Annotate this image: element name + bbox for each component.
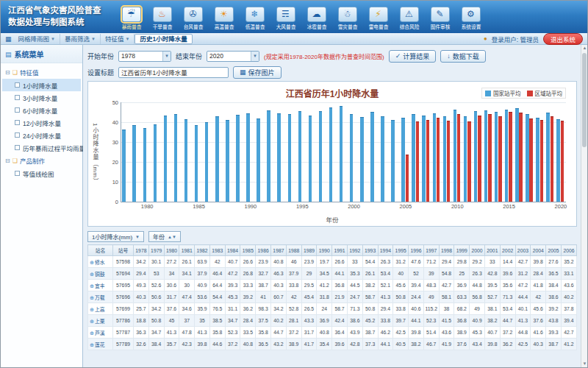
station-name-cell[interactable]: ⊕芦溪	[88, 327, 113, 339]
column-header[interactable]: 1990	[317, 245, 332, 256]
expand-row-icon[interactable]: ⊕	[90, 283, 94, 289]
column-header[interactable]: 1989	[301, 245, 317, 256]
column-header[interactable]: 1994	[378, 245, 393, 256]
column-header[interactable]: 2002	[500, 245, 515, 256]
toolbar-item-heat[interactable]: ☀高温普查	[210, 6, 238, 30]
toolbar-item-rainstorm[interactable]: ☔暴雨普查	[118, 6, 146, 30]
save-image-button[interactable]: ▦ 保存图片	[233, 66, 282, 79]
station-name-cell[interactable]: ⊕上高	[88, 303, 113, 315]
table-row[interactable]: ⊕莲花5778932.638.435.742.339.844.637.240.8…	[88, 339, 577, 350]
tree-item[interactable]: 6小时降水量	[2, 104, 81, 116]
column-header[interactable]: 2003	[515, 245, 531, 256]
logout-button[interactable]: 退出系统	[543, 33, 583, 45]
expand-row-icon[interactable]: ⊕	[90, 342, 94, 347]
column-header[interactable]: 1986	[256, 245, 271, 256]
tab-item-1[interactable]: 暴雨筛选▼	[60, 34, 101, 44]
checkbox-icon[interactable]	[15, 171, 20, 176]
column-header[interactable]: 1981	[179, 245, 195, 256]
tree-item[interactable]: 12小时降水量	[2, 116, 81, 129]
toolbar-item-typhoon[interactable]: ✇台风普查	[179, 6, 207, 30]
toolbar-item-map-review[interactable]: ✎图件审核	[426, 6, 454, 30]
tab-item-3[interactable]: 历史1小时降水量	[135, 34, 192, 44]
column-header[interactable]: 2001	[484, 245, 500, 256]
column-header[interactable]: 1993	[362, 245, 378, 256]
toolbar-item-lightning[interactable]: ⚡雷电普查	[365, 6, 392, 30]
tree-item[interactable]: 等值线绘图	[2, 167, 81, 180]
checkbox-icon[interactable]	[15, 107, 20, 113]
end-year-select[interactable]: 2020 ▼	[207, 51, 259, 62]
toolbar-item-snow[interactable]: ☃雪灾普查	[334, 6, 362, 30]
expand-row-icon[interactable]: ⊕	[90, 295, 94, 300]
tree-item[interactable]: 1小时降水量	[2, 79, 81, 91]
scrollbar-thumb[interactable]	[582, 53, 587, 147]
scroll-down-arrow[interactable]: ▼	[581, 361, 588, 367]
column-header[interactable]: 1996	[409, 245, 424, 256]
toolbar-item-wind[interactable]: ☴大风普查	[272, 6, 300, 30]
table-row[interactable]: ⊕宜丰5769549.352.630.63040.964.439.333.338…	[88, 280, 577, 291]
toolbar-item-drought[interactable]: ♨干旱普查	[148, 6, 176, 30]
column-header[interactable]: 2004	[531, 245, 546, 256]
column-header[interactable]: 站名	[88, 245, 113, 256]
toolbar-item-system-settings[interactable]: ⚙系统设置	[457, 6, 485, 30]
tree-item[interactable]: 历年暴雨过程平均雨量	[2, 141, 81, 154]
column-header[interactable]: 站号	[113, 245, 134, 256]
column-header[interactable]: 1980	[164, 245, 179, 256]
column-header[interactable]: 1999	[454, 245, 470, 256]
download-data-button[interactable]: ↓ 数据下载	[440, 50, 486, 63]
column-header[interactable]: 1991	[332, 245, 348, 256]
expand-row-icon[interactable]: ⊕	[90, 319, 94, 324]
column-header[interactable]: 1984	[225, 245, 240, 256]
column-header[interactable]: 2006	[561, 245, 576, 256]
station-name-cell[interactable]: ⊕宜丰	[88, 280, 113, 291]
tree-item[interactable]: 3小时降水量	[2, 91, 81, 104]
expand-row-icon[interactable]: ⊕	[90, 260, 94, 265]
tab-item-2[interactable]: 特征值▼	[101, 34, 135, 44]
table-row[interactable]: ⊕芦溪5778736.334.741.347.841.335.852.333.5…	[88, 327, 577, 339]
column-header[interactable]: 1979	[148, 245, 164, 256]
column-header[interactable]: 1988	[286, 245, 301, 256]
toolbar-item-hail[interactable]: ☁冰雹普查	[303, 6, 331, 30]
checkbox-icon[interactable]	[15, 145, 20, 150]
station-name-cell[interactable]: ⊕铜鼓	[88, 268, 113, 280]
expand-row-icon[interactable]: ⊕	[90, 272, 94, 277]
station-name-cell[interactable]: ⊕上栗	[88, 315, 113, 327]
checkbox-icon[interactable]	[15, 120, 20, 125]
tree-group-0[interactable]: ⊟❏特征值	[2, 66, 81, 79]
station-name-cell[interactable]: ⊕万载	[88, 291, 113, 303]
expand-row-icon[interactable]: ⊕	[90, 330, 94, 336]
value-type-filter[interactable]: 1小时降水(mm) ▼	[87, 231, 144, 242]
station-name-cell[interactable]: ⊕修水	[88, 256, 113, 268]
column-header[interactable]: 1983	[209, 245, 225, 256]
column-header[interactable]: 1985	[240, 245, 256, 256]
column-header[interactable]: 1978	[134, 245, 149, 256]
column-header[interactable]: 1998	[439, 245, 454, 256]
table-row[interactable]: ⊕铜鼓5769429.4533434.137.946.447.226.832.7…	[88, 268, 577, 280]
chart-title-input[interactable]	[118, 67, 229, 78]
column-header[interactable]: 2005	[546, 245, 562, 256]
toolbar-item-comprehensive-risk[interactable]: ⚠综合风险	[395, 6, 423, 30]
checkbox-icon[interactable]	[15, 82, 20, 88]
column-header[interactable]: 2000	[470, 245, 485, 256]
year-sort-filter[interactable]: 年份 ▲▼	[148, 231, 181, 242]
tree-item[interactable]: 24小时降水量	[2, 129, 81, 141]
column-header[interactable]: 1987	[271, 245, 287, 256]
expand-row-icon[interactable]: ⊕	[90, 307, 94, 312]
column-header[interactable]: 1992	[347, 245, 362, 256]
column-header[interactable]: 1982	[195, 245, 210, 256]
column-header[interactable]: 1997	[423, 245, 439, 256]
tab-item-0[interactable]: 网格降雨图▼	[14, 34, 60, 44]
table-row[interactable]: ⊕修水5759834.230.127.226.163.94240.726.623…	[88, 256, 577, 268]
checkbox-icon[interactable]	[15, 132, 20, 138]
table-row[interactable]: ⊕万载5769640.350.631.747.453.654.445.339.2…	[88, 291, 577, 303]
start-year-select[interactable]: 1978 ▼	[118, 51, 171, 62]
calculate-button[interactable]: ✓ 计算结果	[389, 50, 437, 63]
column-header[interactable]: 1995	[393, 245, 409, 256]
table-row[interactable]: ⊕上栗5778618.850.845373538.534.728.437.540…	[88, 315, 577, 327]
checkbox-icon[interactable]	[15, 95, 20, 100]
table-row[interactable]: ⊕上高5769925.734.237.634.635.976.531.136.2…	[88, 303, 577, 315]
station-name-cell[interactable]: ⊕莲花	[88, 339, 113, 350]
scroll-up-arrow[interactable]: ▲	[581, 45, 588, 52]
tree-group-1[interactable]: ⊟❏产品制作	[2, 154, 81, 167]
vertical-scrollbar[interactable]: ▲ ▼	[581, 45, 587, 367]
toolbar-item-cold[interactable]: ❄低温普查	[241, 6, 269, 30]
